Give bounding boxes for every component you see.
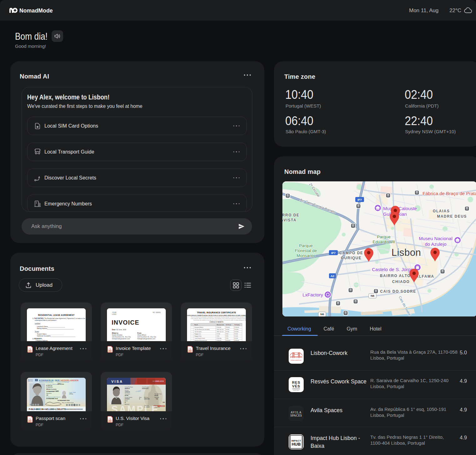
svg-text:N6: N6 <box>320 312 324 316</box>
svg-text:Fábrica de Braço de Prata: Fábrica de Braço de Prata <box>423 191 476 196</box>
svg-text:Museu Nacional: Museu Nacional <box>419 236 453 241</box>
svg-text:09 MAA/MAR 2024: 09 MAA/MAR 2024 <box>58 400 70 401</box>
svg-text:YOUR SCHEDULE OF BENEFITS DETA: YOUR SCHEDULE OF BENEFITS DETAILS THE SE… <box>187 315 246 316</box>
svg-text:PASPOORT: PASPOORT <box>28 381 33 382</box>
svg-text:LEFEBVRE: LEFEBVRE <box>125 392 130 393</box>
svg-text:Trip Interruption: Trip Interruption <box>195 331 202 332</box>
svg-text:Entries: Entries <box>125 400 128 402</box>
svg-text:RESIDENTIAL LEASE AGREEMENT: RESIDENTIAL LEASE AGREEMENT <box>38 314 75 316</box>
svg-text:Baggage Delay: Baggage Delay <box>195 336 201 337</box>
svg-text:Parque: Parque <box>377 235 391 239</box>
svg-text:$ 500: $ 500 <box>217 336 219 337</box>
svg-text:Tenant's Name:: Tenant's Name: <box>37 333 47 335</box>
svg-text:Passport Number: Passport Number <box>125 397 132 398</box>
svg-text:Travel Delay (6+ hours): Travel Delay (6+ hours) <box>195 338 205 339</box>
svg-text:$ 250: $ 250 <box>226 336 228 337</box>
svg-text:Specimen: Specimen <box>46 393 52 394</box>
svg-text:Trip Cancellation (non-refunda: Trip Cancellation (non-refundable) <box>195 329 210 330</box>
svg-text:CAIS DO SODRE: CAIS DO SODRE <box>380 289 416 294</box>
svg-text:$ 1,000: $ 1,000 <box>217 333 220 335</box>
svg-text:On a: On a <box>139 397 141 398</box>
svg-text:$ 5,000: $ 5,000 <box>226 329 229 330</box>
svg-text:MICHEL: MICHEL <box>125 395 129 396</box>
svg-text:BANGKOK: BANGKOK <box>125 388 130 389</box>
svg-text:Per Family: Per Family <box>235 324 240 326</box>
svg-text:M: M <box>125 402 126 403</box>
svg-text:KONINKRIJK DER NEDERLANDEN: KONINKRIJK DER NEDERLANDEN <box>39 379 78 382</box>
svg-text:in this certificate, subject t: in this certificate, subject to all prov… <box>191 318 246 319</box>
svg-text:e/v Molenaar: e/v Molenaar <box>46 387 53 388</box>
svg-text:TRAVEL INSURANCE CERTIFICATE: TRAVEL INSURANCE CERTIFICATE <box>197 311 236 314</box>
svg-text:Given Name: Given Name <box>125 393 130 395</box>
svg-text:$ 50,000: $ 50,000 <box>226 327 230 328</box>
svg-text:IRRO DE: IRRO DE <box>282 213 300 217</box>
svg-text:OURIQUE: OURIQUE <box>341 256 362 260</box>
svg-text:$ 2,500: $ 2,500 <box>235 333 238 335</box>
svg-text:$ 500: $ 500 <box>226 333 228 335</box>
svg-text:$ 150 /day: $ 150 /day <box>217 338 221 339</box>
svg-text:Additional Occupants:: Additional Occupants: <box>37 335 51 337</box>
svg-text:000000000000: 000000000000 <box>142 388 149 389</box>
svg-text:$ 150,000: $ 150,000 <box>235 327 239 328</box>
svg-text:Castelo de S. Jorge: Castelo de S. Jorge <box>372 267 413 272</box>
svg-text:$ 7,500: $ 7,500 <box>226 331 229 332</box>
svg-text:Burg. van Stad en Dorp: Burg. van Stad en Dorp <box>62 402 74 403</box>
svg-text:100% Trip Cost: 100% Trip Cost <box>217 329 224 330</box>
svg-text:09 MAA/MAR 2014: 09 MAA/MAR 2014 <box>46 398 58 399</box>
svg-text:$ 15,000: $ 15,000 <box>235 331 239 332</box>
svg-text:Control Number: Control Number <box>142 387 149 388</box>
svg-text:N6: N6 <box>371 294 374 297</box>
svg-text:M: M <box>139 398 140 400</box>
svg-text:YOUR: YOUR <box>112 312 116 313</box>
svg-text:Visa Type /Class: Visa Type /Class <box>154 393 162 395</box>
svg-text:$ 1,500: $ 1,500 <box>235 338 238 339</box>
svg-text:RES: RES <box>292 381 301 384</box>
svg-text:cowork space: cowork space <box>293 390 300 391</box>
svg-text:SPEC2014: SPEC2014 <box>58 383 64 385</box>
svg-text:Date: 02 June, 2030: Date: 02 June, 2030 <box>112 329 126 331</box>
svg-text:PDF: PDF <box>188 350 192 352</box>
svg-text:SCHEDULE OF BENEFITS: SCHEDULE OF BENEFITS <box>210 321 224 323</box>
svg-text:Landlord's Name:: Landlord's Name: <box>37 326 48 327</box>
svg-text:1,75 m: 1,75 m <box>69 393 73 395</box>
svg-text:undersigned date by and betwee: undersigned date by and between: <box>35 320 57 321</box>
svg-text:VISA: VISA <box>111 380 123 383</box>
svg-text:Issuing Post Name: Issuing Post Name <box>125 387 133 388</box>
svg-text:PDF: PDF <box>28 350 32 352</box>
svg-text:SAMPLE: SAMPLE <box>111 404 159 412</box>
svg-text:PDF: PDF <box>108 350 112 352</box>
svg-text:Museu Calouste: Museu Calouste <box>383 206 417 211</box>
svg-text:$ 100,000: $ 100,000 <box>217 327 221 328</box>
svg-text:KONINKRIJK DER FRIESLAND: KONINKRIJK DER FRIESLAND <box>57 382 69 383</box>
svg-text:1. THE PARTIES. The Resident: 1. THE PARTIES. The Residential Lease Ag… <box>33 318 85 319</box>
svg-text:VÉS: VÉS <box>292 384 300 388</box>
svg-text:KINGDOM OF THE NETHERLANDS: KINGDOM OF THE NETHERLANDS <box>39 382 53 383</box>
svg-text:A/2246478: A/2246478 <box>125 398 129 400</box>
svg-text:R B1/B2: R B1/B2 <box>154 395 158 396</box>
svg-text:Lisbon: Lisbon <box>392 247 421 258</box>
svg-text:De Bruijn: De Bruijn <box>46 385 53 387</box>
svg-text:P<NLD<BRUIJN<<WILLEKE<LISELOTT: P<NLD<BRUIJN<<WILLEKE<LISELOTTE<<<<<<<<<… <box>29 408 83 411</box>
svg-text:NO. 000001: NO. 000001 <box>153 312 161 313</box>
svg-text:hello@reallygreatsite.com: hello@reallygreatsite.com <box>137 338 155 340</box>
svg-text:IP7: IP7 <box>331 251 336 255</box>
svg-text:The full terms and conditions: The full terms and conditions of coverag… <box>193 320 246 321</box>
svg-text:Emergency Medical: Emergency Medical <box>195 327 203 328</box>
svg-text:Benefit: Benefit <box>195 324 198 326</box>
svg-text:20NOV1994: 20NOV1994 <box>144 398 149 400</box>
svg-text:Baggage Loss: Baggage Loss <box>195 333 201 335</box>
svg-text:Parque: Parque <box>299 243 313 248</box>
svg-text:MADRE DEUS: MADRE DEUS <box>437 214 467 219</box>
svg-text:CHIADO: CHIADO <box>392 280 410 284</box>
svg-text:Eduardo VII: Eduardo VII <box>372 240 395 244</box>
svg-text:150% Trip Cost: 150% Trip Cost <box>217 331 224 332</box>
svg-text:THAI: THAI <box>156 398 158 400</box>
svg-text:Birth Date: Birth Date <box>144 397 149 398</box>
svg-text:Tenant: Tenant <box>35 331 39 332</box>
svg-text:A2: A2 <box>331 274 334 278</box>
svg-text:IP7: IP7 <box>357 198 362 201</box>
svg-text:$ 750: $ 750 <box>226 338 228 339</box>
svg-text:Nationality: Nationality <box>154 397 159 398</box>
svg-text:HUB: HUB <box>291 442 301 447</box>
svg-text:V/F: V/F <box>46 394 48 396</box>
